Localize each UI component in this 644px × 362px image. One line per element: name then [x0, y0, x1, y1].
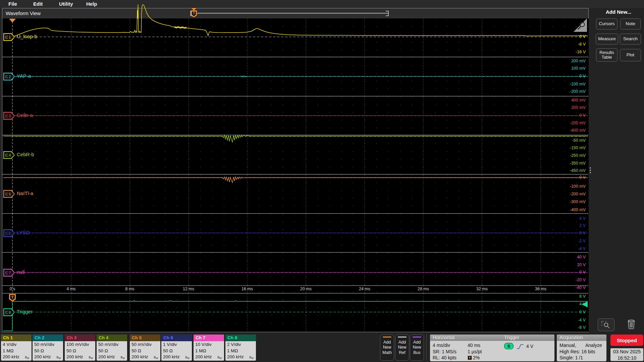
c4-scale-2: -250 mV — [550, 153, 586, 158]
c2-label: YAP-a — [17, 73, 31, 79]
c4-scale-4: -450 mV — [550, 168, 586, 173]
horizontal-res: 1 µs/pt — [468, 349, 482, 354]
acquisition-panel[interactable]: Acquisition Manual, Analyze High Res: 16… — [557, 335, 606, 361]
c1-scale-0: 8 — [550, 27, 586, 32]
cursors-button[interactable]: Cursors — [596, 18, 618, 29]
horizontal-pos-row: T 2% — [468, 355, 480, 360]
acq-res: High Res: 16 bits — [559, 349, 595, 354]
c6-scale-2: 0 V — [550, 231, 586, 235]
c5-scale-0: 0 V — [550, 175, 586, 180]
measure-button[interactable]: Measure — [596, 34, 618, 45]
c6-scale-4: -4 V — [550, 246, 586, 251]
c7-badge[interactable]: C 7 — [3, 269, 15, 277]
c2-scale-2: 0 V — [550, 74, 586, 78]
run-stop-status[interactable]: Stopped — [610, 335, 643, 346]
time-label-0: 0 s — [0, 287, 26, 291]
note-button[interactable]: Note — [620, 18, 641, 29]
c8-scale-4: -8 V — [550, 325, 586, 330]
c1-scale-2: -8 V — [550, 42, 586, 47]
horizontal-window: 40 ms — [468, 343, 480, 348]
oscilloscope-app: { "menu": { "items": ["File", "Edit", "U… — [0, 0, 644, 362]
add-new-ref-button[interactable]: Add New Ref — [395, 335, 409, 361]
tab-waveform-view[interactable]: Waveform View — [6, 10, 41, 16]
time-label-9: 36 ms — [527, 287, 554, 291]
bw-limit-icon: BW — [217, 354, 222, 361]
ch8-settings-badge[interactable]: Ch 8 2 V/div1 MΩ 200 kHzBW — [225, 335, 256, 361]
c5-scale-3: -300 mV — [550, 199, 586, 204]
c3-badge[interactable]: C 3 — [3, 112, 15, 120]
c6-badge[interactable]: C 6 — [3, 229, 15, 237]
zoom-select-button[interactable] — [598, 318, 614, 331]
ch1-settings-badge[interactable]: Ch 1 4 V/div1 MΩ 200 kHzBW — [1, 335, 32, 361]
c2-badge[interactable]: C 2 — [3, 73, 15, 80]
c4-scale-3: -350 mV — [550, 161, 586, 166]
trigger-level: 4 V — [526, 344, 533, 349]
time-label-4: 16 ms — [234, 287, 261, 291]
trash-button[interactable] — [625, 318, 638, 331]
c8-scale-2: 0 V — [550, 310, 586, 314]
zoom-select-icon — [601, 321, 611, 329]
c8-label: Trigger — [17, 309, 33, 314]
menu-edit[interactable]: Edit — [33, 1, 43, 7]
menu-utility[interactable]: Utility — [59, 1, 73, 7]
menu-bar: File Edit Utility Help — [0, 0, 644, 8]
bw-limit-icon: BW — [25, 354, 30, 361]
c4-scale-1: -150 mV — [550, 145, 586, 150]
horizontal-scale: 4 ms/div — [433, 343, 450, 348]
c2-scale-3: -100 mV — [550, 82, 586, 86]
trash-icon — [627, 319, 636, 329]
bw-limit-icon: BW — [249, 354, 254, 361]
trigger-panel[interactable]: Trigger 8 4 V — [501, 335, 554, 361]
bw-limit-icon: BW — [120, 354, 125, 361]
c4-badge[interactable]: C 4 — [3, 151, 15, 159]
c5-badge[interactable]: C 5 — [3, 190, 15, 198]
c3-scale-3: -200 mV — [550, 121, 586, 125]
add-new-math-button[interactable]: Add New Math — [380, 335, 394, 361]
acq-analyze: Analyze — [585, 343, 602, 348]
acq-single: Single: 1 /1 — [559, 355, 583, 360]
menu-help[interactable]: Help — [86, 1, 97, 7]
c5-scale-2: -200 mV — [550, 192, 586, 196]
plot-button[interactable]: Plot — [620, 49, 641, 61]
toolbar-separator — [426, 334, 427, 360]
ch6-settings-badge[interactable]: Ch 6 1 V/div50 Ω 200 kHzBW — [161, 335, 192, 361]
c6-scale-0: 4 V — [550, 216, 586, 221]
c8-badge[interactable]: C 8 — [3, 308, 15, 316]
horizontal-rl: RL: 40 kpts — [433, 355, 457, 360]
time-label-3: 12 ms — [175, 287, 202, 291]
bw-limit-icon: BW — [56, 354, 61, 361]
ch2-settings-badge[interactable]: Ch 2 50 mV/div50 Ω 200 kHzBW — [33, 335, 63, 361]
menu-file[interactable]: File — [8, 1, 17, 7]
date-text: 03 Nov 2025 — [610, 349, 643, 355]
ch3-settings-badge[interactable]: Ch 3 100 mV/div50 Ω 200 kHzBW — [65, 335, 95, 361]
bus-accent — [413, 337, 421, 338]
math-accent — [383, 337, 391, 338]
bw-limit-icon: BW — [89, 354, 94, 361]
ch7-settings-badge[interactable]: Ch 7 10 V/div1 MΩ 200 kHzBW — [194, 335, 224, 361]
c3-scale-0: 400 mV — [550, 98, 586, 103]
horizontal-panel[interactable]: Horizontal 4 ms/div 40 ms SR: 1 MS/s 1 µ… — [430, 335, 511, 361]
bw-limit-icon: BW — [154, 354, 159, 361]
horizontal-sr: SR: 1 MS/s — [433, 349, 457, 354]
c2-scale-0: 200 mV — [550, 59, 586, 63]
search-button[interactable]: Search — [620, 34, 641, 45]
ch4-settings-badge[interactable]: Ch 4 50 mV/div50 Ω 200 kHzBW — [97, 335, 127, 361]
trigger-source-badge: 8 — [504, 343, 514, 349]
time-label-2: 8 ms — [116, 287, 143, 291]
time-label-8: 32 ms — [469, 287, 495, 291]
time-label-1: 4 ms — [58, 287, 85, 291]
c8-scale-0: 8 V — [550, 294, 586, 299]
ref-accent — [398, 337, 407, 338]
c1-badge[interactable]: C 1 — [3, 33, 15, 41]
results-table-button[interactable]: Results Table — [596, 48, 618, 62]
splitter-handle[interactable] — [590, 167, 591, 173]
c4-label: CebR-b — [17, 152, 34, 157]
acq-mode: Manual, — [559, 343, 576, 348]
add-new-bus-button[interactable]: Add New Bus — [410, 335, 424, 361]
rising-edge-icon — [516, 344, 524, 350]
c6-scale-3: -2 V — [550, 239, 586, 243]
c7-scale-0: 40 V — [550, 255, 586, 259]
waveform-frame — [2, 8, 589, 332]
c7-scale-3: -20 V — [550, 278, 586, 282]
ch5-settings-badge[interactable]: Ch 5 50 mV/div50 Ω 200 kHzBW — [130, 335, 160, 361]
